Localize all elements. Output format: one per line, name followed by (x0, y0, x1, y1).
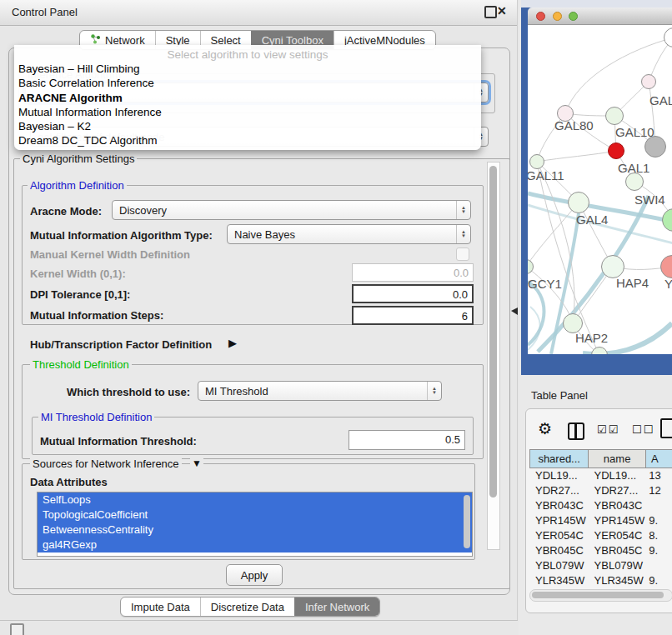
data-attributes-label: Data Attributes (30, 476, 108, 488)
column-header-partial[interactable]: A (646, 450, 672, 468)
table-row[interactable]: YDL19... YDL19... 13 (529, 468, 672, 483)
node-gal4[interactable] (568, 192, 589, 213)
mi-steps-field[interactable]: 6 (352, 306, 474, 325)
which-threshold-label: Which threshold to use: (67, 386, 190, 398)
attribute-item[interactable]: BetweennessCentrality (38, 522, 472, 538)
node-gal7[interactable] (641, 74, 656, 89)
table-row[interactable]: YBR045C YBR045C 9. (529, 543, 672, 558)
cyni-settings-title: Cyni Algorithm Settings (20, 152, 137, 165)
settings-scrollbar-thumb[interactable] (489, 166, 497, 498)
mi-type-label: Mutual Information Algorithm Type: (30, 229, 213, 242)
mouse-cursor (511, 308, 518, 315)
panel-bottom-edge (0, 620, 518, 621)
algorithm-option[interactable]: Mutual Information Inference (18, 105, 477, 119)
control-panel-titlebar: Control Panel ✕ (0, 0, 518, 26)
kernel-width-field[interactable]: 0.0 (352, 263, 474, 282)
node-label: HAP4 (616, 276, 649, 290)
minimize-traffic-light-icon[interactable] (553, 12, 562, 21)
mi-type-combo[interactable]: Naive Bayes ▲▼ (227, 224, 471, 244)
algorithm-option-selected[interactable]: ARACNE Algorithm (18, 91, 477, 105)
algorithm-dropdown-popup: Select algorithm to view settings Bayesi… (14, 45, 481, 150)
node-label: GAL7 (649, 93, 672, 108)
close-traffic-light-icon[interactable] (536, 12, 545, 21)
algorithm-definition-title: Algorithm Definition (28, 179, 127, 192)
collapsed-panel-icon[interactable] (10, 623, 24, 635)
node-gal1[interactable] (608, 142, 624, 159)
node[interactable] (625, 172, 644, 191)
mi-steps-label: Mutual Information Steps: (30, 309, 163, 322)
aracne-mode-label: Aracne Mode: (30, 205, 102, 218)
dpi-tolerance-field[interactable]: 0.0 (352, 284, 474, 303)
column-header-shared-name[interactable]: shared... (530, 450, 589, 468)
close-icon[interactable]: ✕ (497, 4, 507, 18)
maximize-traffic-light-icon[interactable] (569, 12, 578, 21)
combo-stepper-icon: ▲▼ (456, 201, 470, 219)
node-gal11[interactable] (529, 154, 544, 169)
table-row[interactable]: YLR345W YLR345W 9. (529, 573, 672, 588)
gear-icon[interactable]: ⚙ (538, 419, 552, 438)
select-all-icon[interactable]: ☑☑ (597, 423, 619, 436)
table-row[interactable]: YBR043C YBR043C (529, 498, 672, 513)
sources-collapse-icon[interactable]: ▼ (190, 458, 203, 469)
table-row[interactable]: YDR27... YDR27... 12 (529, 483, 672, 498)
column-header-name[interactable]: name (589, 450, 646, 468)
dpi-tolerance-label: DPI Tolerance [0,1]: (30, 288, 130, 301)
attribute-item[interactable]: gal4RGexp (38, 538, 472, 552)
node-table-header: shared... name A (529, 449, 672, 468)
network-window-titlebar[interactable] (528, 8, 672, 25)
table-panel: ⚙ ☑☑ ☐☐ shared... name A YDL19... YDL19.… (525, 408, 672, 613)
tab-impute-data[interactable]: Impute Data (121, 598, 200, 616)
algorithm-option[interactable]: Bayesian – Hill Climbing (18, 62, 477, 76)
desktop-top-strip (521, 0, 672, 8)
mi-threshold-group-title: MI Threshold Definition (38, 411, 154, 423)
network-canvas[interactable]: GAL7 GAL80 GAL10 GAL1 GAL11 SWI4 GAL4 GC… (528, 25, 672, 354)
node-label: GAL80 (554, 118, 594, 132)
float-window-icon[interactable] (484, 6, 497, 18)
attribute-item[interactable]: TopologicalCoefficient (38, 508, 472, 522)
mi-threshold-field[interactable]: 0.5 (349, 430, 465, 450)
export-table-icon[interactable] (660, 418, 672, 438)
table-row[interactable]: YBL079W YBL079W (529, 558, 672, 573)
which-threshold-combo[interactable]: MI Threshold ▲▼ (198, 381, 442, 401)
table-horizontal-scrollbar[interactable] (529, 589, 672, 602)
tab-discretize-data[interactable]: Discretize Data (200, 598, 294, 616)
table-row[interactable]: YPR145W YPR145W 9. (529, 513, 672, 528)
control-panel-title: Control Panel (12, 6, 78, 18)
screen: Control Panel ✕ Network Style Select Cyn… (0, 0, 672, 635)
algorithm-option[interactable]: Dream8 DC_TDC Algorithm (18, 133, 477, 148)
node-label: GAL11 (528, 168, 564, 182)
node-label: HAP2 (575, 331, 608, 345)
attributes-scrollbar-thumb[interactable] (464, 495, 470, 548)
bottom-tabbar: Impute Data Discretize Data Infer Networ… (120, 597, 380, 617)
node-label: GAL4 (576, 212, 608, 227)
deselect-all-icon[interactable]: ☐☐ (632, 423, 654, 436)
combo-stepper-icon: ▲▼ (427, 382, 441, 400)
kernel-width-label: Kernel Width (0,1): (30, 268, 126, 280)
manual-kernel-checkbox[interactable] (456, 248, 469, 261)
algorithm-placeholder: Select algorithm to view settings (14, 48, 481, 61)
node-gal10[interactable] (605, 107, 624, 125)
node-table-body[interactable]: YDL19... YDL19... 13 YDR27... YDR27... 1… (529, 468, 672, 588)
node-hap4[interactable] (601, 255, 624, 278)
aracne-mode-combo[interactable]: Discovery ▲▼ (112, 200, 471, 220)
mi-threshold-label: Mutual Information Threshold: (40, 435, 197, 448)
hub-expand-icon[interactable]: ▶ (228, 337, 237, 349)
node-label: GAL10 (615, 125, 654, 139)
threshold-definition-title: Threshold Definition (30, 358, 132, 371)
table-horizontal-scrollbar-thumb[interactable] (532, 592, 664, 598)
tab-infer-network[interactable]: Infer Network (294, 598, 379, 616)
algorithm-option[interactable]: Basic Correlation Inference (18, 76, 477, 90)
table-panel-title: Table Panel (531, 389, 588, 402)
node-label: Y (664, 277, 672, 291)
sources-group-title: Sources for Network Inference (30, 458, 182, 470)
algorithm-option[interactable]: Bayesian – K2 (18, 119, 477, 133)
attribute-item[interactable]: SelfLoops (38, 492, 472, 508)
node-label: SWI4 (634, 192, 665, 207)
manual-kernel-label: Manual Kernel Width Definition (30, 248, 190, 261)
show-columns-icon[interactable] (568, 422, 584, 440)
settings-scrollbar[interactable] (487, 162, 500, 550)
node-label: GAL1 (618, 161, 649, 175)
table-row[interactable]: YER054C YER054C 8. (529, 528, 672, 543)
data-attributes-list[interactable]: SelfLoops TopologicalCoefficient Between… (37, 492, 473, 557)
apply-button[interactable]: Apply (226, 564, 283, 586)
